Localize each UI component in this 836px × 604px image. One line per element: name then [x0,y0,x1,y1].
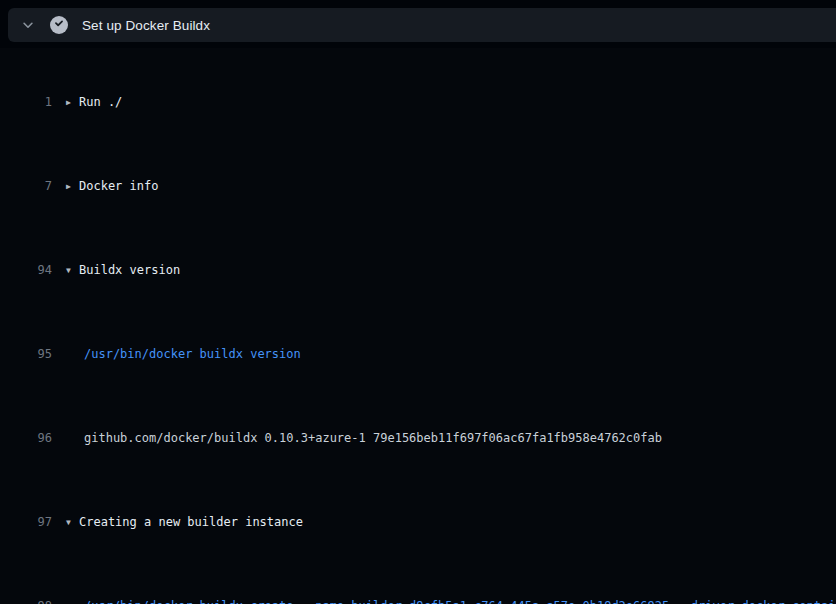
status-check-icon [50,16,68,34]
log-line-text: Buildx version [79,263,180,277]
log-line[interactable]: 97 ▼Creating a new builder instance [0,512,836,533]
log-line: 96 github.com/docker/buildx 0.10.3+azure… [0,428,836,449]
step-title: Set up Docker Buildx [82,18,210,33]
line-number[interactable]: 95 [0,344,52,365]
group-toggle-arrow-icon[interactable]: ▶ [66,176,79,197]
line-number[interactable]: 96 [0,428,52,449]
group-toggle-arrow-icon[interactable]: ▼ [66,512,79,533]
log-line[interactable]: 7 ▶Docker info [0,176,836,197]
line-number[interactable]: 97 [0,512,52,533]
log-line[interactable]: 94 ▼Buildx version [0,260,836,281]
actions-log-page: Set up Docker Buildx 1 ▶Run ./ 7 ▶Docker… [0,8,836,604]
log-line-text: Creating a new builder instance [79,515,303,529]
log-line-text: github.com/docker/buildx 0.10.3+azure-1 … [84,431,662,445]
line-number[interactable]: 1 [0,92,52,113]
log-line-text: Run ./ [79,95,122,109]
log-line: 95 /usr/bin/docker buildx version [0,344,836,365]
log-line-text: /usr/bin/docker buildx create --name bui… [84,599,836,604]
log-line[interactable]: 1 ▶Run ./ [0,92,836,113]
log-line-text: Docker info [79,179,158,193]
line-number[interactable]: 7 [0,176,52,197]
group-toggle-arrow-icon[interactable]: ▶ [66,92,79,113]
chevron-down-icon[interactable] [20,18,36,32]
line-number[interactable]: 94 [0,260,52,281]
line-number[interactable]: 98 [0,596,52,604]
step-header[interactable]: Set up Docker Buildx [8,8,836,42]
log-container: 1 ▶Run ./ 7 ▶Docker info 94 ▼Buildx vers… [0,48,836,604]
log-line: 98 /usr/bin/docker buildx create --name … [0,596,836,604]
log-line-text: /usr/bin/docker buildx version [84,347,301,361]
group-toggle-arrow-icon[interactable]: ▼ [66,260,79,281]
